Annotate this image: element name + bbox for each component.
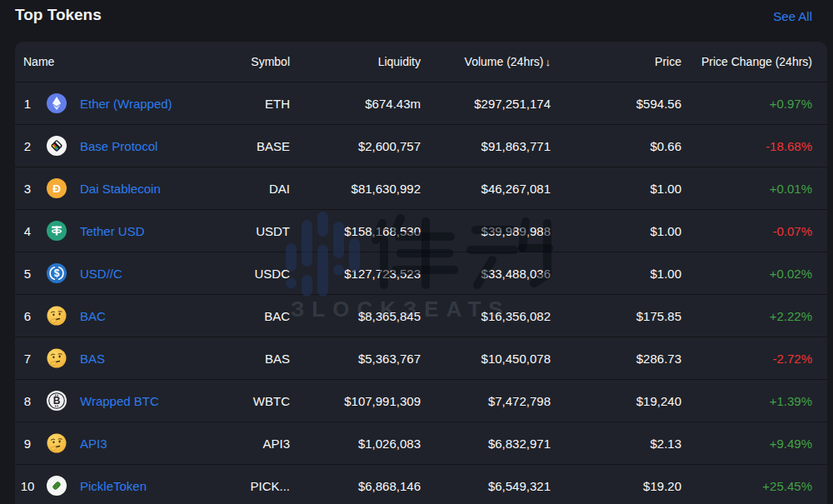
token-liquidity: $674.43m	[290, 97, 421, 111]
token-symbol: PICK...	[223, 479, 290, 493]
token-price: $19,240	[551, 394, 681, 408]
token-liquidity: $5,363,767	[290, 352, 421, 366]
token-price-change: +0.02%	[681, 267, 812, 281]
token-price: $1.00	[551, 267, 681, 281]
token-rank: 7	[15, 352, 40, 366]
base-icon	[40, 136, 73, 156]
token-name-link[interactable]: BAC	[73, 309, 223, 323]
svg-text:$: $	[54, 267, 60, 279]
token-volume: $33,488,036	[421, 267, 551, 281]
token-price-change: +25.45%	[681, 479, 812, 493]
thinking-emoji-icon	[40, 348, 73, 368]
token-symbol: ETH	[223, 97, 290, 111]
token-name-link[interactable]: PickleToken	[73, 479, 223, 493]
token-row[interactable]: 8BWrapped BTCWBTC$107,991,309$7,472,798$…	[15, 380, 827, 422]
token-row[interactable]: 2Base ProtocolBASE$2,600,757$91,863,771$…	[15, 125, 827, 167]
token-price: $1.00	[551, 182, 681, 196]
svg-text:B: B	[53, 395, 61, 407]
token-price: $2.13	[551, 437, 681, 451]
thinking-emoji-icon	[40, 433, 73, 453]
token-price-change: -18.68%	[681, 139, 812, 153]
token-symbol: BASE	[223, 139, 290, 153]
token-volume: $10,450,078	[421, 352, 551, 366]
token-name-link[interactable]: Wrapped BTC	[73, 394, 223, 408]
token-price: $19.20	[551, 479, 681, 493]
token-volume: $46,267,081	[421, 182, 551, 196]
token-name-link[interactable]: Tether USD	[73, 224, 223, 238]
token-rank: 5	[15, 267, 40, 281]
token-price: $286.73	[551, 352, 681, 366]
column-header-volume-label: Volume (24hrs)	[465, 55, 544, 68]
table-header-row: Name Symbol Liquidity Volume (24hrs)↓ Pr…	[15, 42, 827, 82]
svg-text:Ð: Ð	[52, 182, 61, 195]
token-row[interactable]: 1Ether (Wrapped)ETH$674.43m$297,251,174$…	[15, 82, 827, 125]
see-all-link[interactable]: See All	[773, 9, 812, 23]
token-row[interactable]: 4Tether USDUSDT$158,168,530$39,989,988$1…	[15, 210, 827, 252]
token-price: $594.56	[551, 97, 681, 111]
token-volume: $16,356,082	[421, 309, 551, 323]
token-symbol: USDT	[223, 224, 290, 238]
top-tokens-page: Top Tokens See All Name Symbol Liquidity…	[0, 0, 833, 504]
token-price-change: +0.97%	[681, 97, 812, 111]
token-liquidity: $81,630,992	[290, 182, 421, 196]
token-row[interactable]: 10PickleTokenPICK...$6,868,146$6,549,321…	[15, 465, 827, 504]
token-name-link[interactable]: BAS	[73, 352, 223, 366]
token-rank: 9	[15, 437, 40, 451]
token-liquidity: $2,600,757	[290, 139, 421, 153]
token-row[interactable]: 9API3API3$1,026,083$6,832,971$2.13+9.49%	[15, 422, 827, 465]
token-volume: $7,472,798	[421, 394, 551, 408]
token-row[interactable]: 5$USD//CUSDC$127,723,523$33,488,036$1.00…	[15, 252, 827, 295]
token-symbol: DAI	[223, 182, 290, 196]
token-symbol: BAC	[223, 309, 290, 323]
dai-icon: Ð	[40, 178, 73, 198]
column-header-volume[interactable]: Volume (24hrs)↓	[421, 55, 551, 68]
token-name-link[interactable]: Dai Stablecoin	[73, 182, 223, 196]
wbtc-icon: B	[40, 391, 73, 411]
section-header: Top Tokens See All	[0, 0, 833, 37]
token-price-change: +1.39%	[681, 394, 812, 408]
token-volume: $91,863,771	[421, 139, 551, 153]
column-header-liquidity[interactable]: Liquidity	[290, 55, 421, 68]
token-symbol: BAS	[223, 352, 290, 366]
token-name-link[interactable]: Ether (Wrapped)	[73, 97, 223, 111]
column-header-name: Name	[15, 55, 223, 68]
token-row[interactable]: 6BACBAC$8,365,845$16,356,082$175.85+2.22…	[15, 295, 827, 337]
token-price-change: +9.49%	[681, 437, 812, 451]
pickle-icon	[40, 476, 73, 496]
token-price-change: +2.22%	[681, 309, 812, 323]
token-rank: 10	[15, 479, 40, 493]
token-volume: $297,251,174	[421, 97, 551, 111]
token-rank: 6	[15, 309, 40, 323]
token-price: $175.85	[551, 309, 681, 323]
token-price-change: +0.01%	[681, 182, 812, 196]
column-header-symbol[interactable]: Symbol	[223, 55, 290, 68]
token-volume: $39,989,988	[421, 224, 551, 238]
token-name-link[interactable]: API3	[73, 437, 223, 451]
token-liquidity: $1,026,083	[290, 437, 421, 451]
column-header-price[interactable]: Price	[551, 55, 681, 68]
token-row[interactable]: 3ÐDai StablecoinDAI$81,630,992$46,267,08…	[15, 167, 827, 210]
token-rank: 1	[15, 97, 40, 111]
token-price: $0.66	[551, 139, 681, 153]
column-header-price-change[interactable]: Price Change (24hrs)	[681, 55, 812, 68]
token-symbol: API3	[223, 437, 290, 451]
token-name-link[interactable]: USD//C	[73, 267, 223, 281]
token-symbol: WBTC	[223, 394, 290, 408]
token-name-link[interactable]: Base Protocol	[73, 139, 223, 153]
token-rows: 1Ether (Wrapped)ETH$674.43m$297,251,174$…	[15, 82, 827, 504]
token-rank: 3	[15, 182, 40, 196]
thinking-emoji-icon	[40, 306, 73, 326]
token-price: $1.00	[551, 224, 681, 238]
token-liquidity: $158,168,530	[290, 224, 421, 238]
token-price-change: -2.72%	[681, 352, 812, 366]
token-price-change: -0.07%	[681, 224, 812, 238]
token-volume: $6,549,321	[421, 479, 551, 493]
token-liquidity: $6,868,146	[290, 479, 421, 493]
token-liquidity: $8,365,845	[290, 309, 421, 323]
token-symbol: USDC	[223, 267, 290, 281]
token-volume: $6,832,971	[421, 437, 551, 451]
token-liquidity: $127,723,523	[290, 267, 421, 281]
eth-icon	[40, 93, 73, 113]
token-row[interactable]: 7BASBAS$5,363,767$10,450,078$286.73-2.72…	[15, 337, 827, 380]
usdc-icon: $	[40, 263, 73, 283]
